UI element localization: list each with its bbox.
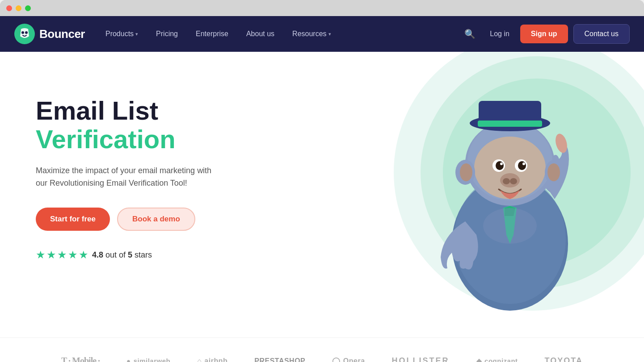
svg-point-20 bbox=[510, 178, 517, 184]
hero-title: Email List Verification bbox=[36, 96, 259, 154]
close-button[interactable] bbox=[6, 5, 12, 11]
svg-point-1 bbox=[21, 31, 24, 34]
nav-enterprise[interactable]: Enterprise bbox=[188, 26, 236, 42]
logo-icon bbox=[14, 24, 35, 44]
hero-section: Email List Verification Maximize the imp… bbox=[0, 52, 644, 337]
logo-text: Bouncer bbox=[39, 27, 85, 41]
svg-point-11 bbox=[474, 137, 546, 199]
hero-buttons: Start for free Book a demo bbox=[36, 208, 259, 231]
svg-point-22 bbox=[460, 163, 472, 181]
hero-subtitle: Maximize the impact of your email market… bbox=[36, 164, 223, 190]
star-1: ★ bbox=[36, 249, 46, 261]
svg-point-25 bbox=[483, 208, 537, 244]
start-free-button[interactable]: Start for free bbox=[36, 208, 110, 231]
star-3: ★ bbox=[57, 249, 67, 261]
logos-section: T · Mobile · ● similarweb ⌂ airbnb PREST… bbox=[0, 337, 644, 362]
nav-resources[interactable]: Resources ▾ bbox=[284, 26, 339, 42]
signup-button[interactable]: Sign up bbox=[520, 25, 568, 43]
nav-products[interactable]: Products ▾ bbox=[97, 26, 146, 42]
logos-row-1: T · Mobile · ● similarweb ⌂ airbnb PREST… bbox=[27, 356, 617, 362]
svg-point-2 bbox=[25, 31, 28, 34]
svg-rect-10 bbox=[478, 121, 542, 127]
logo-prestashop: PRESTASHOP bbox=[254, 357, 305, 362]
browser-window: Bouncer Products ▾ Pricing Enterprise Ab… bbox=[0, 0, 644, 362]
logo-airbnb: ⌂ airbnb bbox=[197, 357, 227, 362]
login-link[interactable]: Log in bbox=[484, 26, 515, 42]
minimize-button[interactable] bbox=[16, 5, 21, 11]
logo-toyota: TOYOTA bbox=[545, 356, 583, 362]
products-chevron-icon: ▾ bbox=[135, 31, 138, 37]
book-demo-button[interactable]: Book a demo bbox=[117, 208, 195, 231]
nav-links: Products ▾ Pricing Enterprise About us R… bbox=[97, 26, 461, 42]
maximize-button[interactable] bbox=[25, 5, 31, 11]
svg-point-24 bbox=[547, 163, 560, 181]
star-5: ★ bbox=[79, 249, 88, 261]
browser-titlebar bbox=[0, 0, 644, 16]
svg-point-14 bbox=[496, 161, 504, 170]
contact-button[interactable]: Contact us bbox=[573, 24, 630, 44]
gorilla-mascot bbox=[403, 65, 617, 324]
navbar: Bouncer Products ▾ Pricing Enterprise Ab… bbox=[0, 16, 644, 52]
resources-chevron-icon: ▾ bbox=[328, 31, 331, 37]
star-4: ★ bbox=[68, 249, 78, 261]
gorilla-svg bbox=[403, 65, 617, 324]
page-wrapper: Bouncer Products ▾ Pricing Enterprise Ab… bbox=[0, 16, 644, 362]
hero-rating: ★ ★ ★ ★ ★ 4.8 out of 5 stars bbox=[36, 249, 259, 261]
logo-opera: ◯ Opera bbox=[332, 357, 365, 362]
star-rating: ★ ★ ★ ★ ★ bbox=[36, 249, 88, 261]
hero-content: Email List Verification Maximize the imp… bbox=[0, 52, 259, 337]
nav-right: 🔍 Log in Sign up Contact us bbox=[461, 24, 630, 44]
logo-link[interactable]: Bouncer bbox=[14, 24, 85, 44]
logo-cognizant: ◆ cognizant bbox=[476, 357, 518, 362]
nav-pricing[interactable]: Pricing bbox=[148, 26, 186, 42]
hero-illustration bbox=[259, 52, 644, 337]
svg-point-17 bbox=[522, 162, 525, 165]
svg-point-15 bbox=[518, 161, 526, 170]
svg-point-19 bbox=[503, 178, 510, 184]
logo-hollister: HOLLISTER bbox=[392, 356, 450, 362]
rating-text: 4.8 out of 5 stars bbox=[92, 250, 152, 260]
nav-about[interactable]: About us bbox=[238, 26, 282, 42]
search-icon[interactable]: 🔍 bbox=[461, 27, 479, 41]
star-2: ★ bbox=[46, 249, 56, 261]
svg-point-16 bbox=[500, 162, 503, 165]
logo-similarweb: ● similarweb bbox=[126, 357, 170, 362]
logo-tmobile: T · Mobile · bbox=[61, 356, 100, 362]
